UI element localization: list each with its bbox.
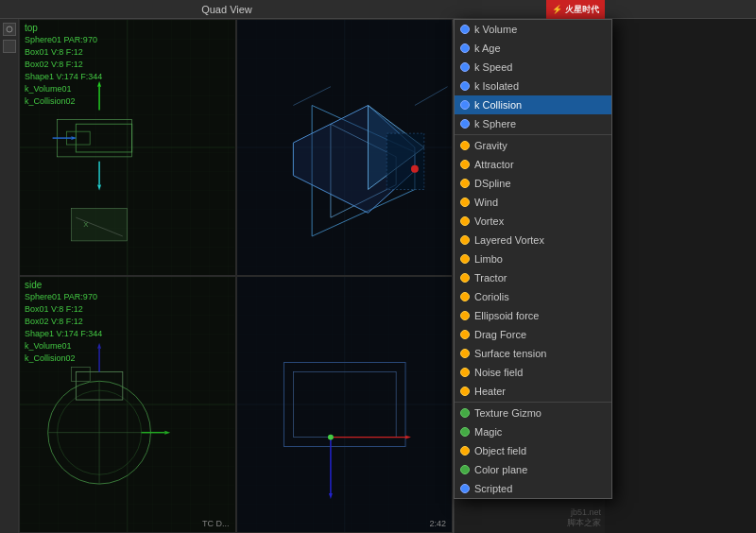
- menu-icon-surface-tension: [460, 349, 470, 358]
- svg-rect-23: [387, 133, 424, 189]
- svg-marker-10: [97, 185, 101, 191]
- menu-item-kspeed[interactable]: k Speed: [455, 58, 611, 77]
- svg-rect-43: [284, 362, 405, 446]
- menu-item-noise-field[interactable]: Noise field: [455, 363, 611, 382]
- svg-point-49: [327, 435, 333, 440]
- dropdown-menu: k Volume k Age k Speed k Isolated k Coll…: [454, 19, 612, 499]
- svg-marker-48: [328, 493, 332, 499]
- menu-item-heater[interactable]: Heater: [455, 382, 611, 401]
- menu-icon-scripted: [460, 484, 470, 493]
- menu-item-ksphere[interactable]: k Sphere: [455, 114, 611, 133]
- menu-icon-kvolume: [460, 25, 470, 34]
- menu-icon-wind: [460, 198, 470, 207]
- menu-icon-kspeed: [460, 62, 470, 72]
- svg-rect-35: [71, 367, 90, 381]
- menu-item-surface-tension[interactable]: Surface tension: [455, 344, 611, 363]
- svg-line-25: [293, 87, 331, 106]
- menu-icon-magic: [460, 427, 470, 437]
- menu-item-ellipsoid[interactable]: Ellipsoid force: [455, 306, 611, 325]
- menu-icon-texture-gizmo: [460, 408, 470, 418]
- menu-icon-vortex: [460, 216, 470, 226]
- watermark-text-2: 脚本之家: [567, 517, 601, 529]
- menu-item-drag-force[interactable]: Drag Force: [455, 325, 611, 344]
- menu-icon-limbo: [460, 254, 470, 264]
- panel-label-side: side: [25, 280, 42, 290]
- svg-marker-46: [405, 436, 411, 439]
- quad-panel-bottom-left[interactable]: side Sphere01 PAR:970 Box01 V:8 F:12 Box…: [19, 276, 236, 533]
- menu-icon-kcollision: [460, 100, 470, 110]
- menu-icon-kisolated: [460, 81, 470, 91]
- quad-panel-bottom-right[interactable]: 2:42: [236, 276, 454, 533]
- menu-icon-drag-force: [460, 330, 470, 339]
- menu-icon-dspline: [460, 179, 470, 188]
- panel-info-top: Sphere01 PAR:970 Box01 V:8 F:12 Box02 V:…: [25, 34, 102, 108]
- quad-view-area: X top Sphere01 PAR:970 Box01 V:8 F:12 Bo…: [19, 19, 454, 533]
- logo-icon: ⚡: [552, 5, 562, 14]
- svg-line-26: [414, 87, 447, 106]
- window-title: Quad View: [201, 4, 252, 15]
- menu-item-limbo[interactable]: Limbo: [455, 249, 611, 268]
- menu-item-kage[interactable]: k Age: [455, 39, 611, 58]
- menu-item-kvolume[interactable]: k Volume: [455, 20, 611, 39]
- menu-icon-kage: [460, 43, 470, 53]
- menu-item-gravity[interactable]: Gravity: [455, 136, 611, 155]
- menu-item-kisolated[interactable]: k Isolated: [455, 77, 611, 95]
- menu-icon-tractor: [460, 273, 470, 283]
- menu-item-color-plane[interactable]: Color plane: [455, 460, 611, 479]
- svg-text:X: X: [83, 220, 89, 229]
- menu-icon-heater: [460, 387, 470, 396]
- menu-icon-object-field: [460, 446, 470, 456]
- panel-label-top: top: [25, 23, 38, 33]
- svg-point-0: [7, 26, 12, 32]
- menu-icon-ellipsoid: [460, 311, 470, 320]
- menu-icon-attractor: [460, 160, 470, 169]
- menu-icon-coriolis: [460, 292, 470, 301]
- menu-item-object-field[interactable]: Object field: [455, 441, 611, 460]
- menu-item-texture-gizmo[interactable]: Texture Gizmo: [455, 404, 611, 422]
- svg-rect-44: [293, 371, 396, 437]
- menu-separator-1: [455, 134, 611, 135]
- menu-icon-color-plane: [460, 465, 470, 474]
- menu-item-scripted[interactable]: Scripted: [455, 479, 611, 498]
- menu-item-layered-vortex[interactable]: Layered Vortex: [455, 231, 611, 249]
- menu-item-coriolis[interactable]: Coriolis: [455, 287, 611, 306]
- panel-overlay-side: TC D...: [202, 519, 230, 528]
- chinese-logo: ⚡ 火星时代: [546, 0, 605, 19]
- quad-panel-top-left[interactable]: X top Sphere01 PAR:970 Box01 V:8 F:12 Bo…: [19, 19, 236, 276]
- menu-icon-gravity: [460, 141, 470, 150]
- watermark-text-1: jb51.net: [567, 507, 601, 517]
- watermark: jb51.net 脚本之家: [563, 504, 605, 533]
- menu-item-magic[interactable]: Magic: [455, 422, 611, 441]
- menu-item-kcollision[interactable]: k Collision: [455, 95, 611, 114]
- panel-overlay-br: 2:42: [429, 519, 446, 528]
- toolbar-btn-1[interactable]: [3, 23, 16, 36]
- header-bar: Quad View — × ⚡ 火星时代: [0, 0, 756, 19]
- menu-item-tractor[interactable]: Tractor: [455, 268, 611, 287]
- svg-marker-37: [164, 431, 170, 435]
- menu-item-attractor[interactable]: Attractor: [455, 155, 611, 174]
- toolbar-btn-2[interactable]: [3, 40, 16, 53]
- logo-text: 火星时代: [565, 4, 599, 16]
- svg-point-24: [410, 165, 418, 173]
- panel-info-side: Sphere01 PAR:970 Box01 V:8 F:12 Box02 V:…: [25, 291, 102, 365]
- svg-rect-12: [71, 208, 127, 241]
- menu-icon-noise-field: [460, 368, 470, 377]
- menu-icon-layered-vortex: [460, 235, 470, 245]
- menu-item-wind[interactable]: Wind: [455, 193, 611, 212]
- menu-item-dspline[interactable]: DSpline: [455, 174, 611, 193]
- quad-panel-top-right[interactable]: [236, 19, 454, 276]
- menu-icon-ksphere: [460, 119, 470, 129]
- svg-rect-4: [76, 124, 131, 152]
- menu-separator-2: [455, 402, 611, 403]
- menu-item-vortex[interactable]: Vortex: [455, 212, 611, 231]
- left-toolbar: [0, 19, 19, 533]
